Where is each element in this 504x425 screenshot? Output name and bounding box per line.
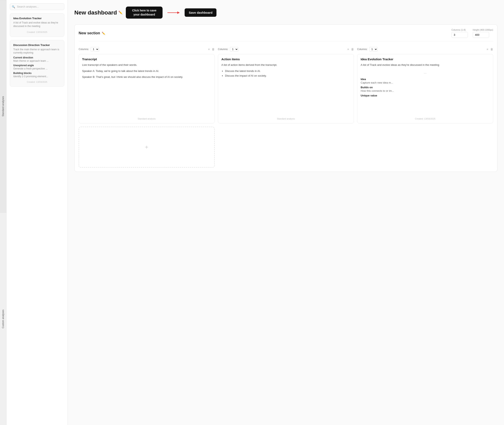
widget-card-2: Idea Evolution Tracker A list of Track a… <box>357 54 493 123</box>
edit-title-icon[interactable]: ✏️ <box>118 11 123 14</box>
reorder-icon-1[interactable]: ≡ <box>347 48 349 51</box>
widget-1-columns-label: Columns: <box>218 48 228 51</box>
widget-2-icons: ≡ 🗑 <box>487 48 493 51</box>
widget-1-text-0: A list of action items derived from the … <box>221 63 350 67</box>
custom-card-field-1-label: Unexplored angle <box>13 64 61 67</box>
widget-2-columns-label: Columns: <box>357 48 367 51</box>
custom-card-field-2-value: Identify 2-3 promising element... <box>13 75 61 78</box>
arrow-icon <box>167 10 180 15</box>
add-widget-button[interactable]: + <box>79 127 215 167</box>
widget-0-icons: ≡ 🗑 <box>208 48 215 51</box>
search-input[interactable] <box>10 3 64 10</box>
delete-icon-2[interactable]: 🗑 <box>490 48 493 51</box>
dashboard-title-text: New dashboard <box>74 9 117 16</box>
height-input[interactable] <box>473 32 489 38</box>
widget-header-1: Columns: 123 ≡ 🗑 <box>218 45 354 53</box>
reorder-icon-2[interactable]: ≡ <box>487 48 488 51</box>
left-panel: 🔍 Idea Evolution Tracker A list of Track… <box>7 0 68 425</box>
custom-card-desc: Track the main theme or approach team is… <box>13 48 61 55</box>
custom-card-title: Discussion Direction Tracker <box>13 44 61 46</box>
custom-card-field-0-label: Current direction <box>13 56 61 59</box>
delete-icon-0[interactable]: 🗑 <box>212 48 215 51</box>
custom-analysis-card[interactable]: Discussion Direction Tracker Track the m… <box>10 40 64 87</box>
standard-analysis-card[interactable]: Idea Evolution Tracker A list of Track a… <box>10 13 64 37</box>
widget-column-0: Columns: 123 ≡ 🗑 Transcript Live transcr… <box>79 45 215 123</box>
custom-card-date: Created: 13/03/2025 <box>13 81 61 83</box>
save-tooltip: Click here to save your dashboard <box>126 7 163 19</box>
widget-0-footer: Standard analysis <box>82 115 211 120</box>
widget-0-columns-select[interactable]: 123 <box>91 47 99 52</box>
reorder-icon-0[interactable]: ≡ <box>208 48 210 51</box>
widget-1-list-item-0: Discuss the latest trends in AI. <box>225 69 350 73</box>
widget-1-footer: Standard analysis <box>221 115 350 120</box>
delete-icon-1[interactable]: 🗑 <box>351 48 354 51</box>
widget-0-title: Transcript <box>82 57 211 61</box>
widget-0-columns-label: Columns: <box>79 48 89 51</box>
widget-2-field-1-value: How this connects to or im... <box>361 89 490 92</box>
standard-card-title: Idea Evolution Tracker <box>13 17 61 20</box>
svg-marker-1 <box>177 11 180 14</box>
sidebar-tabs: Standard analyses Custom analyses <box>0 0 7 425</box>
sidebar-tab-custom[interactable]: Custom analyses <box>0 212 6 425</box>
add-widget-icon: + <box>145 144 148 150</box>
widget-2-field-1-label: Builds on <box>361 86 490 89</box>
widget-2-ellipsis: ... <box>361 71 490 74</box>
standard-card-date: Created: 13/03/2025 <box>13 31 61 33</box>
dashboard-title: New dashboard ✏️ <box>74 9 123 16</box>
widget-column-2: Columns: 123 ≡ 🗑 Idea Evolution Tracker … <box>357 45 493 123</box>
columns-label: Columns (1-8) <box>452 29 468 31</box>
widget-column-1: Columns: 123 ≡ 🗑 Action items A list of … <box>218 45 354 123</box>
widget-2-desc: A list of Track and evolve ideas as they… <box>361 63 490 67</box>
widget-2-field-0-label: Idea <box>361 78 490 81</box>
widget-header-2: Columns: 123 ≡ 🗑 <box>357 45 493 53</box>
widget-0-text-0: Live transcript of the speakers and thei… <box>82 63 211 67</box>
custom-card-field-1-value: Generate a fresh perspective ... <box>13 67 61 70</box>
custom-card-field-2-label: Building blocks <box>13 72 61 75</box>
sidebar-tab-standard[interactable]: Standard analyses <box>0 0 6 212</box>
widget-1-icons: ≡ 🗑 <box>347 48 354 51</box>
height-label: Height (400-1000px) <box>473 29 493 31</box>
widget-1-list: Discuss the latest trends in AI. Discuss… <box>221 69 350 79</box>
page-header: New dashboard ✏️ Click here to save your… <box>74 7 497 19</box>
widget-0-text-1: Speaker A: Today, we're going to talk ab… <box>82 69 211 73</box>
columns-control: Columns (1-8) <box>452 29 468 38</box>
section-container: New section ✏️ Columns (1-8) Height (400… <box>74 24 497 172</box>
section-header: New section ✏️ Columns (1-8) Height (400… <box>79 29 493 41</box>
widget-1-columns-select[interactable]: 123 <box>230 47 238 52</box>
widget-2-columns-select[interactable]: 123 <box>369 47 378 52</box>
add-widget-row: + <box>79 127 493 167</box>
section-controls: Columns (1-8) Height (400-1000px) <box>452 29 493 38</box>
widget-2-field-2-label: Unique value <box>361 94 490 97</box>
search-container: 🔍 <box>10 3 64 10</box>
widget-1-list-item-1: Discuss the impact of AI on society. <box>225 74 350 78</box>
widget-2-title: Idea Evolution Tracker <box>361 57 490 61</box>
widget-0-text-2: Speaker B: That's great, but I think we … <box>82 75 211 79</box>
save-dashboard-button[interactable]: Save dashboard <box>185 8 216 17</box>
main-content: New dashboard ✏️ Click here to save your… <box>68 0 504 425</box>
section-title: New section ✏️ <box>79 31 105 35</box>
widget-card-0: Transcript Live transcript of the speake… <box>79 54 215 123</box>
standard-card-desc: A list of Track and evolve ideas as they… <box>13 21 61 28</box>
edit-section-icon[interactable]: ✏️ <box>102 32 105 35</box>
height-control: Height (400-1000px) <box>473 29 493 38</box>
columns-input[interactable] <box>452 32 468 38</box>
widgets-grid: Columns: 123 ≡ 🗑 Transcript Live transcr… <box>79 45 493 123</box>
widget-card-1: Action items A list of action items deri… <box>218 54 354 123</box>
section-title-text: New section <box>79 31 100 35</box>
search-icon: 🔍 <box>12 5 15 8</box>
widget-header-0: Columns: 123 ≡ 🗑 <box>79 45 215 53</box>
widget-2-footer: Created: 13/03/2025 <box>361 115 490 120</box>
widget-1-title: Action items <box>221 57 350 61</box>
widget-2-field-0-value: Capture each new idea m... <box>361 81 490 84</box>
custom-card-field-0-value: Main theme or approach team ... <box>13 60 61 62</box>
